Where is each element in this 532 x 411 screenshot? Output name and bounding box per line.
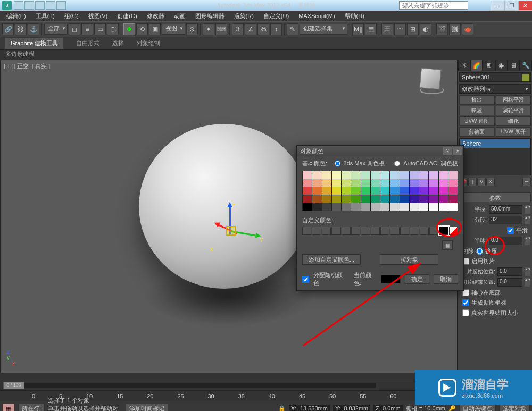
menu-create[interactable]: 创建(C) [113, 11, 141, 21]
custom-swatch[interactable] [420, 227, 429, 235]
custom-swatch[interactable] [331, 227, 340, 235]
move-icon[interactable]: ✥ [123, 23, 135, 35]
tab-utilities-icon[interactable]: 🔧 [520, 60, 532, 71]
color-swatch[interactable] [351, 195, 360, 203]
dialog-help-button[interactable]: ? [443, 147, 452, 155]
x-coord[interactable]: X: -13.553mm [289, 405, 330, 411]
color-swatch[interactable] [361, 195, 370, 203]
custom-swatch[interactable] [449, 227, 458, 235]
layers-icon[interactable]: ☰ [381, 23, 393, 35]
segments-input[interactable]: 32 [489, 216, 522, 224]
material-editor-icon[interactable]: ◐ [420, 23, 431, 35]
radius-input[interactable]: 50.0mm [489, 205, 522, 214]
color-swatch[interactable] [439, 179, 448, 187]
tab-motion-icon[interactable]: ◉ [495, 60, 508, 71]
menu-graph-editors[interactable]: 图形编辑器 [191, 11, 229, 21]
color-swatch[interactable] [390, 171, 399, 179]
color-swatch[interactable] [342, 195, 351, 203]
help-search-input[interactable] [399, 1, 468, 10]
lock-icon[interactable]: 🔒 [278, 405, 286, 412]
parameters-rollout[interactable]: 参数 [459, 192, 531, 202]
cancel-button[interactable]: 取消 [434, 274, 458, 284]
color-swatch[interactable] [312, 203, 321, 211]
show-end-icon[interactable]: ‖ [468, 178, 477, 186]
color-swatch[interactable] [410, 179, 419, 187]
menu-animation[interactable]: 动画 [170, 11, 190, 21]
color-swatch[interactable] [371, 203, 380, 211]
color-swatch[interactable] [390, 179, 399, 187]
color-swatch[interactable] [342, 187, 351, 195]
spinner-snap-icon[interactable]: ↕ [270, 23, 282, 35]
color-swatch[interactable] [390, 187, 399, 195]
mod-noise-button[interactable]: 噪波 [459, 106, 495, 115]
qat-open-icon[interactable] [24, 1, 34, 10]
ribbon-tab-selection[interactable]: 选择 [112, 39, 124, 47]
color-picker-button[interactable]: ▦ [442, 240, 453, 250]
modifier-list-dropdown[interactable]: 修改器列表 [459, 84, 531, 94]
custom-swatch[interactable] [312, 227, 321, 235]
color-swatch[interactable] [439, 195, 448, 203]
selected-obj-button[interactable]: 选定对象 [499, 404, 530, 411]
chop-radio[interactable] [476, 248, 483, 255]
select-icon[interactable]: ◻ [69, 23, 80, 35]
color-swatch[interactable] [303, 179, 312, 187]
remove-mod-icon[interactable]: ✕ [486, 178, 495, 186]
color-swatch[interactable] [371, 171, 380, 179]
select-name-icon[interactable]: ≡ [81, 23, 93, 35]
unlink-icon[interactable]: ⛓ [15, 23, 27, 35]
tab-display-icon[interactable]: 🖥 [508, 60, 520, 71]
color-swatch[interactable] [361, 171, 370, 179]
color-swatch[interactable] [351, 171, 360, 179]
color-swatch[interactable] [332, 179, 341, 187]
tab-hierarchy-icon[interactable]: ♜ [483, 60, 495, 71]
color-swatch[interactable] [332, 195, 341, 203]
real-uv-checkbox[interactable] [462, 309, 469, 316]
color-swatch[interactable] [322, 203, 331, 211]
color-swatch[interactable] [448, 203, 458, 211]
color-swatch[interactable] [419, 187, 428, 195]
segments-spinner[interactable]: ▲▼ [525, 216, 530, 224]
color-swatch[interactable] [351, 187, 360, 195]
z-coord[interactable]: Z: 0.0mm [373, 405, 402, 411]
color-swatch[interactable] [322, 171, 331, 179]
render-setup-icon[interactable]: 🎬 [436, 23, 448, 35]
color-swatch[interactable] [429, 203, 438, 211]
color-swatch[interactable] [419, 195, 428, 203]
hemisphere-input[interactable]: 0.0 [489, 237, 522, 245]
ribbon-tab-paint[interactable]: 对象绘制 [137, 39, 160, 47]
acad-palette-radio[interactable] [394, 161, 400, 166]
color-swatch[interactable] [361, 203, 370, 211]
snap-toggle-icon[interactable]: 3 [232, 23, 244, 35]
color-swatch[interactable] [342, 171, 351, 179]
mod-uvwunwrap-button[interactable]: UVW 展开 [496, 127, 531, 137]
color-swatch[interactable] [322, 187, 331, 195]
color-swatch[interactable] [400, 179, 409, 187]
time-slider-track[interactable]: 0 / 100 [3, 383, 376, 388]
color-swatch[interactable] [380, 203, 389, 211]
scale-icon[interactable]: ▣ [149, 23, 161, 35]
custom-swatch[interactable] [400, 227, 409, 235]
object-color-swatch[interactable] [522, 74, 529, 81]
radius-spinner[interactable]: ▲▼ [525, 205, 530, 214]
color-swatch[interactable] [439, 171, 448, 179]
stack-item-sphere[interactable]: Sphere [460, 139, 530, 148]
color-swatch[interactable] [332, 171, 341, 179]
mod-turbosmooth-button[interactable]: 涡轮平滑 [496, 106, 531, 115]
now-button[interactable]: 所在行: [18, 404, 45, 411]
hemisphere-spinner[interactable]: ▲▼ [525, 237, 530, 245]
color-swatch[interactable] [448, 187, 458, 195]
auto-key-button[interactable]: 自动关键点 [459, 404, 496, 411]
color-swatch[interactable] [410, 187, 419, 195]
color-swatch[interactable] [419, 171, 428, 179]
color-swatch[interactable] [419, 203, 428, 211]
color-swatch[interactable] [371, 195, 380, 203]
qat-new-icon[interactable] [14, 1, 23, 10]
custom-swatch[interactable] [390, 227, 399, 235]
menu-views[interactable]: 视图(V) [84, 11, 112, 21]
mod-slice-button[interactable]: 剪轴面 [459, 127, 495, 137]
custom-swatch[interactable] [351, 227, 360, 235]
dialog-close-button[interactable]: ✕ [453, 147, 462, 155]
color-swatch[interactable] [361, 187, 370, 195]
rotate-icon[interactable]: ⟲ [136, 23, 148, 35]
selection-filter-dropdown[interactable]: 全部 [44, 24, 68, 35]
